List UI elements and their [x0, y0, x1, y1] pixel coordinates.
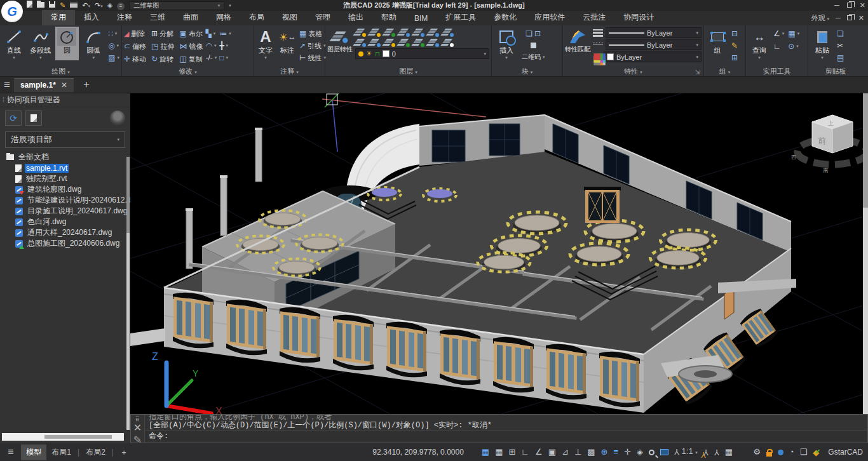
settings-gear-icon[interactable]: ⚙ — [753, 443, 761, 461]
new-layout-icon[interactable]: ＋ — [115, 444, 133, 460]
upload-button[interactable] — [25, 110, 42, 126]
linear-button[interactable]: ⊢线性▾ — [299, 53, 326, 63]
hardware-acceleration-icon[interactable] — [778, 450, 783, 455]
command-close-icon[interactable]: ✕ — [133, 422, 142, 434]
calculator-icon[interactable]: ▦ — [788, 29, 795, 38]
command-dock-handle-icon[interactable]: ⣿ — [135, 416, 140, 422]
layer-on-icon[interactable] — [355, 28, 366, 37]
leader-button[interactable]: ↗引线▾ — [299, 41, 326, 51]
panel-label-properties[interactable]: 特性▾⇲ — [565, 67, 702, 76]
lineweight-combo[interactable]: ByLayer▾ — [606, 27, 702, 38]
insert-block-button[interactable]: 插入▾ — [494, 27, 519, 60]
panel-label-layers[interactable]: 图层▾ — [327, 67, 489, 76]
ribbon-restore-button[interactable] — [847, 13, 852, 23]
snap-mode-icon[interactable]: ⊞ — [508, 443, 515, 461]
tab-apps[interactable]: 应用软件 — [526, 10, 574, 25]
lineweight-icon[interactable] — [593, 29, 603, 37]
layer-lock-icon[interactable] — [384, 38, 395, 47]
appearance-menu[interactable]: 外观 ▾ — [811, 13, 829, 23]
center-snap-icon[interactable]: ⊕ — [601, 443, 608, 461]
doc-close-icon[interactable]: ✕ — [61, 81, 67, 90]
tab-surface[interactable]: 曲面 — [174, 10, 207, 25]
dynamic-ucs-icon[interactable]: ⊥ — [574, 443, 581, 461]
boolean-button[interactable]: ▣布尔 — [179, 29, 203, 39]
tree-item[interactable]: 目录施工说明_20240617.dwg — [0, 206, 130, 217]
qrcode-icon[interactable] — [529, 41, 538, 50]
layer-unlock-icon[interactable] — [384, 28, 395, 37]
layer-cur-icon[interactable] — [370, 38, 381, 47]
mirror-button[interactable]: ⋈镜像 — [179, 41, 203, 51]
tree-item-folder[interactable]: 全部文档 — [0, 152, 130, 163]
erase-button[interactable]: ◢删除 — [124, 29, 146, 39]
annotation-visibility-icon[interactable]: Y — [703, 448, 709, 457]
layer-freeze-icon[interactable] — [370, 28, 381, 37]
sync-button[interactable]: ⟳ — [5, 110, 22, 126]
layer-isolate-icon[interactable] — [399, 28, 410, 37]
panel-label-annotate[interactable]: 注释▾ — [256, 67, 323, 76]
move-button[interactable]: ✛移动 — [124, 54, 146, 64]
tab-express[interactable]: 扩展工具 — [437, 10, 485, 25]
tab-insert[interactable]: 插入 — [75, 10, 108, 25]
restore-button[interactable] — [847, 0, 852, 11]
command-line-dock[interactable]: ⣿ ✕ ✎ 指定窗口的角点，输入比例因子 (nX 或 nXP)，或者 [全部(A… — [130, 414, 868, 443]
arc-button[interactable]: 圆弧▾ — [81, 27, 105, 60]
trim-icon[interactable]: ╋ — [219, 41, 224, 50]
panel-label-draw[interactable]: 绘图▾ — [2, 67, 119, 76]
tree-item[interactable]: 通用大样_20240617.dwg — [0, 227, 130, 238]
redo-icon[interactable]: ↷▾ — [95, 0, 103, 11]
tab-help[interactable]: 帮助 — [372, 10, 405, 25]
display-monitor-icon[interactable] — [660, 449, 668, 455]
crosshair-icon[interactable]: ✛ — [624, 443, 631, 461]
array-icon[interactable]: ▚ — [205, 29, 211, 38]
layer-stack-icon[interactable]: ◈ — [637, 443, 643, 461]
tab-manage[interactable]: 管理 — [306, 10, 339, 25]
tab-home[interactable]: 常用 — [42, 10, 75, 25]
drag-grip-icon[interactable]: ⁞ — [3, 97, 4, 104]
fillet-icon[interactable]: ◠ — [205, 41, 212, 50]
hatch-display-icon[interactable]: ▩ — [587, 443, 595, 461]
lineweight-display-icon[interactable]: ≡ — [613, 443, 618, 461]
command-input[interactable]: 命令: — [145, 430, 867, 441]
app-logo-icon[interactable]: G — [1, 1, 23, 22]
tab-layout[interactable]: 布局 — [240, 10, 273, 25]
polyline-button[interactable]: 多段线▾ — [29, 27, 53, 60]
copy-clip-icon[interactable]: ❏ — [837, 29, 844, 38]
point-grid-icon[interactable]: ∷ — [108, 29, 113, 38]
doc-menu-icon[interactable]: ≡ — [4, 79, 10, 91]
layer-match-icon[interactable] — [443, 28, 454, 37]
hatch-icon[interactable]: ▨ — [108, 53, 115, 62]
layer-combo[interactable]: ☀ ⊓ 0 ▾ — [355, 48, 489, 59]
layer-vp-icon[interactable] — [428, 38, 439, 47]
status-menu-icon[interactable]: ≡ — [0, 446, 21, 458]
layer-prev-icon[interactable] — [355, 38, 366, 47]
save-as-icon[interactable]: ✎ — [60, 0, 65, 11]
avatar[interactable] — [110, 110, 125, 126]
qrcode-button[interactable]: 二维码▾ — [522, 52, 545, 62]
snap-icon[interactable]: ▦ — [482, 443, 489, 461]
color-grid-icon[interactable] — [593, 53, 600, 60]
layer-merge-icon[interactable] — [414, 38, 424, 47]
layer-thaw-icon[interactable] — [399, 38, 410, 47]
layout1-tab[interactable]: 布局1 — [46, 444, 76, 460]
tree-item[interactable]: 总图施工图_20240606.dwg — [0, 238, 130, 249]
canvas-vertical-scrollbar[interactable] — [863, 93, 868, 414]
ungroup-icon[interactable]: ⊟ — [731, 29, 738, 38]
paste-button[interactable]: 粘贴▾ — [810, 27, 834, 60]
open-file-icon[interactable] — [37, 0, 44, 11]
table-button[interactable]: ▦表格 — [299, 29, 326, 39]
ellipse-icon[interactable]: ◎ — [108, 41, 114, 50]
layout-table-icon[interactable]: ▦ — [725, 443, 733, 461]
panel-label-clipboard[interactable]: 剪贴板 — [810, 67, 861, 76]
ribbon-minimize-button[interactable]: ─ — [836, 13, 841, 23]
ortho-icon[interactable]: ∟ — [521, 443, 529, 461]
tab-annotate[interactable]: 注释 — [108, 10, 141, 25]
circle-button[interactable]: 圆▾ — [55, 27, 79, 60]
match-properties-button[interactable]: 特性匹配 — [565, 27, 590, 53]
panel-label-modify[interactable]: 修改▾ — [124, 67, 252, 76]
copy-button[interactable]: ◫复制 — [179, 54, 203, 64]
group-select-icon[interactable]: ⊞ — [731, 53, 738, 62]
polar-icon[interactable]: ∠ — [535, 443, 543, 461]
tab-collaboration[interactable]: 协同设计 — [614, 10, 663, 25]
layer-properties-button[interactable]: 图层特性 — [327, 27, 353, 53]
tree-item[interactable]: 建筑轮廓图.dwg — [0, 184, 130, 195]
